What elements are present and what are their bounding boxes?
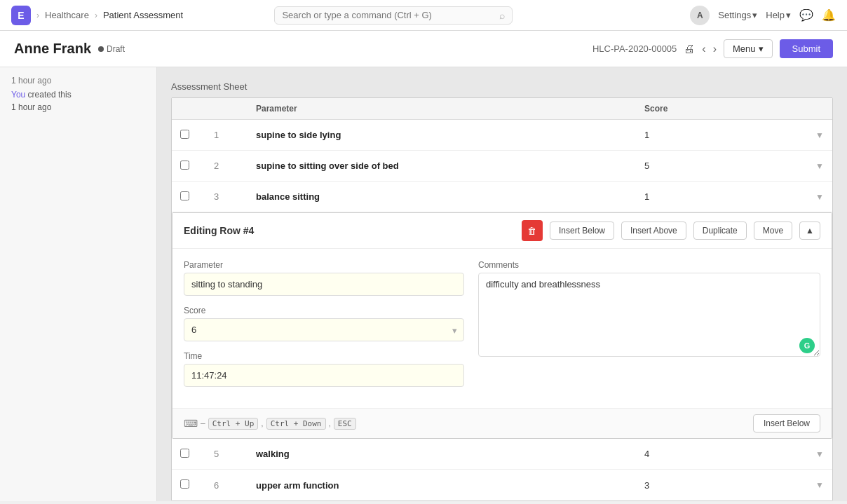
row-6-param: upper arm function [248,480,636,491]
shortcut-ctrl-up: Ctrl + Up [208,418,259,430]
score-select[interactable]: 6 [184,318,464,341]
insert-below-header-button[interactable]: Insert Below [550,222,614,240]
assessment-section: Assessment Sheet Parameter Score 1 supin… [157,67,847,501]
comments-textarea[interactable]: difficulty and breathlessness [478,273,820,357]
sidebar-time: 1 hour ago [11,76,145,86]
notification-icon[interactable]: 🔔 [822,8,836,22]
editing-panel: Editing Row #4 🗑 Insert Below Insert Abo… [172,212,832,439]
feedback-icon[interactable]: 💬 [799,8,813,22]
table-header: Parameter Score [172,98,832,120]
editing-right: Comments difficulty and breathlessness G [478,260,820,397]
parameter-label: Parameter [184,260,464,270]
score-label: Score [184,306,464,315]
editing-body: Parameter Score 6 ▾ [172,249,832,408]
sidebar-created: You created this 1 hour ago [11,88,145,114]
status-label: Draft [107,44,125,54]
row-1-check[interactable] [172,130,205,141]
row-5-chevron[interactable]: ▼ [815,449,824,459]
grammarly-icon: G [799,338,815,353]
time-input[interactable] [184,364,464,387]
avatar: A [690,6,710,25]
table-row: 5 walking 4 ▼ [172,439,832,470]
editing-title: Editing Row #4 [184,225,254,236]
help-button[interactable]: Help ▾ [766,10,791,20]
row-1-score: 1 [636,130,776,140]
page-header: Anne Frank Draft HLC-PA-2020-00005 🖨 ‹ ›… [0,31,847,67]
checkbox-6[interactable] [180,479,189,489]
row-5-action[interactable]: ▼ [776,449,832,459]
breadcrumb-patient-assessment[interactable]: Patient Assessment [103,10,183,20]
checkbox-3[interactable] [180,191,189,200]
row-2-param: supine to sitting over side of bed [248,161,636,171]
insert-above-button[interactable]: Insert Above [621,222,686,240]
th-check [172,104,205,114]
row-1-chevron[interactable]: ▼ [815,130,824,140]
row-2-check[interactable] [172,161,205,172]
duplicate-button[interactable]: Duplicate [693,222,747,240]
row-3-chevron[interactable]: ▼ [815,192,824,202]
sidebar-created-time: 1 hour ago [11,102,51,112]
insert-below-footer-button[interactable]: Insert Below [753,414,820,433]
row-3-num: 3 [205,191,248,202]
comments-wrap: difficulty and breathlessness G [478,273,820,359]
page-title-area: Anne Frank Draft [14,41,125,57]
editing-footer: ⌨ – Ctrl + Up , Ctrl + Down , ESC Insert… [172,408,832,438]
app-logo: E [11,6,31,25]
row-3-action[interactable]: ▼ [776,192,832,202]
status-badge: Draft [98,44,125,54]
checkbox-1[interactable] [180,130,189,139]
row-6-chevron[interactable]: ▼ [815,480,824,490]
editing-left: Parameter Score 6 ▾ [184,260,464,397]
th-action [776,104,832,114]
settings-button[interactable]: Settings ▾ [718,10,757,20]
document-id: HLC-PA-2020-00005 [592,43,677,54]
next-button[interactable]: › [713,43,717,55]
time-field-group: Time [184,351,464,387]
keyboard-icon: ⌨ [184,418,198,429]
row-6-action[interactable]: ▼ [776,480,832,490]
time-label: Time [184,351,464,361]
search-bar[interactable]: ⌕ [274,6,513,25]
search-input[interactable] [282,10,495,20]
section-label: Assessment Sheet [171,81,833,92]
row-2-score: 5 [636,161,776,171]
nav-right-area: A Settings ▾ Help ▾ 💬 🔔 [690,6,836,25]
th-score: Score [636,104,776,114]
patient-name: Anne Frank [14,41,91,57]
row-1-action[interactable]: ▼ [776,130,832,140]
row-5-check[interactable] [172,449,205,460]
parameter-input[interactable] [184,273,464,296]
row-2-num: 2 [205,161,248,171]
row-5-param: walking [248,449,636,459]
table-row: 1 supine to side lying 1 ▼ [172,120,832,151]
collapse-button[interactable]: ▲ [799,222,820,240]
delete-button[interactable]: 🗑 [522,220,543,241]
row-3-check[interactable] [172,191,205,203]
checkbox-2[interactable] [180,161,189,170]
sidebar: 1 hour ago You created this 1 hour ago [0,67,157,501]
row-5-score: 4 [636,449,776,459]
breadcrumb-chevron-1: › [36,11,39,20]
move-button[interactable]: Move [754,222,792,240]
sidebar-created-text: created this [28,90,72,100]
th-num [205,104,248,114]
submit-button[interactable]: Submit [780,39,833,58]
top-navigation: E › Healthcare › Patient Assessment ⌕ A … [0,0,847,31]
shortcut-area: ⌨ – Ctrl + Up , Ctrl + Down , ESC [184,418,356,430]
status-dot [98,46,104,52]
table-row: 2 supine to sitting over side of bed 5 ▼ [172,151,832,182]
row-6-check[interactable] [172,479,205,491]
row-2-action[interactable]: ▼ [776,161,832,171]
assessment-table: Parameter Score 1 supine to side lying 1… [171,97,833,501]
th-parameter: Parameter [248,104,636,114]
table-row: 6 upper arm function 3 ▼ [172,470,832,500]
menu-button[interactable]: Menu ▾ [724,39,773,58]
parameter-field-group: Parameter [184,260,464,296]
row-2-chevron[interactable]: ▼ [815,161,824,171]
breadcrumb-healthcare[interactable]: Healthcare [45,10,89,20]
shortcut-esc: ESC [334,418,356,430]
print-button[interactable]: 🖨 [684,43,695,55]
checkbox-5[interactable] [180,449,189,458]
row-5-num: 5 [205,449,248,459]
prev-button[interactable]: ‹ [702,43,705,55]
